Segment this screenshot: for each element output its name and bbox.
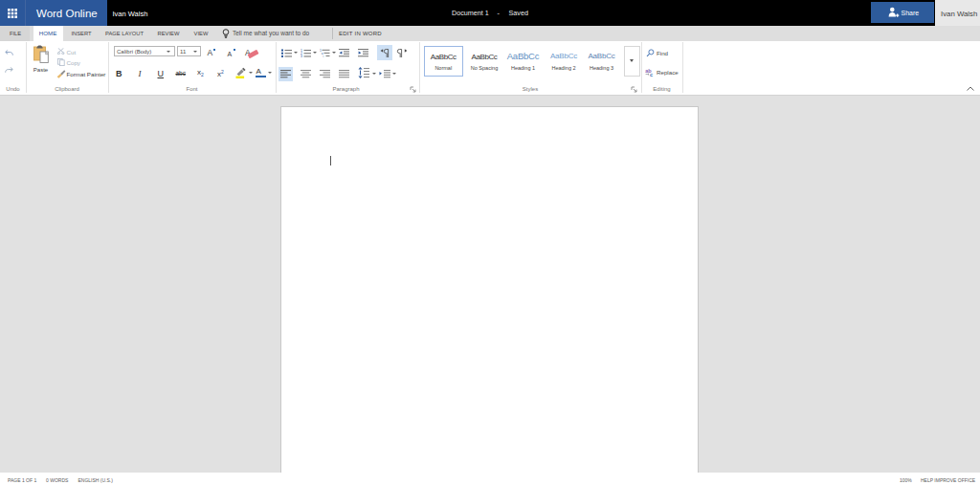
svg-text:3: 3	[301, 55, 302, 57]
svg-text:i: i	[323, 55, 324, 57]
svg-text:c: c	[650, 71, 653, 76]
